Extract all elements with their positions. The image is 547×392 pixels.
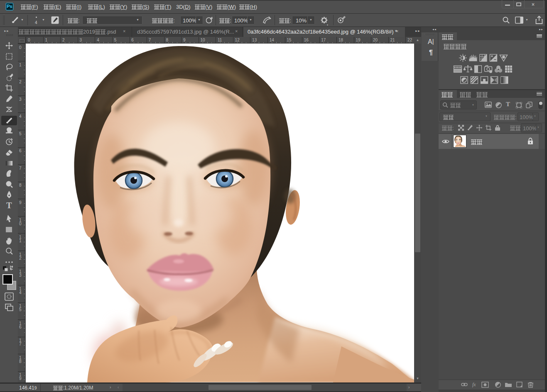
svg-text:fx: fx [472,382,476,387]
svg-text:T: T [6,201,12,210]
